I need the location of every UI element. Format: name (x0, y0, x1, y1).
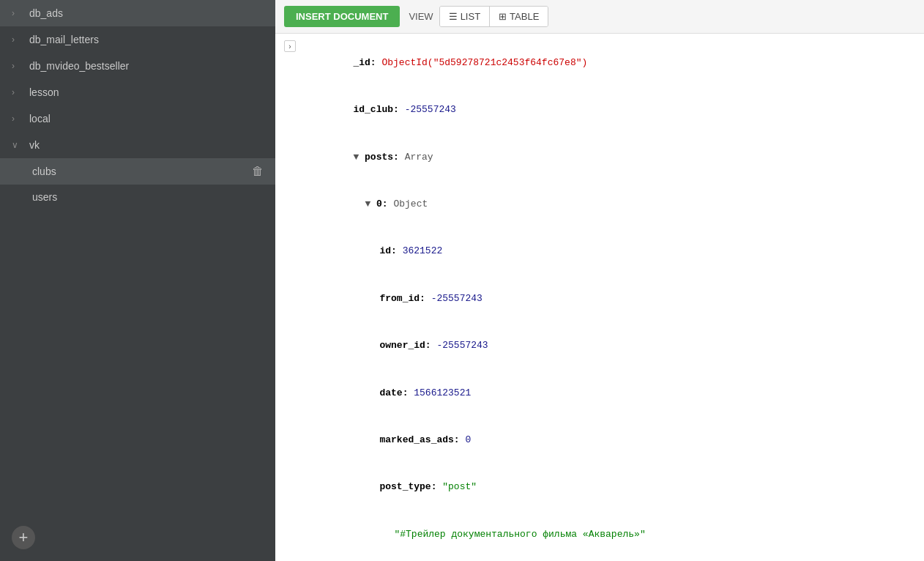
table-view-button[interactable]: ⊞ TABLE (490, 7, 548, 26)
value-objectid: ObjectId("5d59278721c2453f64fc67e8") (381, 57, 587, 68)
chevron-right-icon: › (12, 114, 23, 124)
expand-col: › (275, 40, 305, 52)
value-post-type: "post" (442, 481, 477, 492)
chevron-right-icon: › (12, 34, 23, 45)
doc-line-text: id_club: -25557243 (305, 87, 918, 133)
key-field-id: id: (379, 245, 402, 256)
doc-line-id: › _id: ObjectId("5d59278721c2453f64fc67e… (275, 40, 924, 86)
doc-line-text: owner_id: -25557243 (305, 323, 918, 368)
key-marked-as-ads: marked_as_ads: (379, 434, 465, 445)
sidebar-item-db-mvideo-bestseller[interactable]: › db_mvideo_bestseller (0, 53, 275, 79)
doc-line-text: post_type: "post" (305, 465, 918, 510)
document-content: › _id: ObjectId("5d59278721c2453f64fc67e… (275, 34, 924, 561)
value-id-club: -25557243 (405, 104, 456, 115)
value-posts-type: Array (405, 152, 433, 163)
doc-line-marked-as-ads: marked_as_ads: 0 (275, 417, 924, 464)
key-id-club: id_club: (353, 104, 404, 115)
view-label: VIEW (409, 11, 433, 22)
key-post-type: post_type: (379, 481, 442, 492)
list-view-button[interactable]: ☰ LIST (440, 7, 490, 26)
sidebar-item-label: db_ads (29, 7, 264, 19)
sidebar-item-local[interactable]: › local (0, 105, 275, 132)
add-database-button[interactable]: + (12, 526, 35, 549)
sidebar: › db_ads › db_mail_letters › db_mvideo_b… (0, 0, 275, 561)
value-date: 1566123521 (414, 387, 471, 398)
list-icon: ☰ (449, 11, 458, 22)
sidebar-item-label: local (29, 113, 264, 125)
list-label: LIST (461, 11, 480, 22)
sidebar-item-db-mail-letters[interactable]: › db_mail_letters (0, 26, 275, 53)
value-field-id: 3621522 (403, 245, 443, 256)
sidebar-child-users[interactable]: users (0, 185, 275, 209)
collapse-arrow[interactable]: ▼ (353, 152, 365, 163)
insert-document-button[interactable]: INSERT DOCUMENT (284, 6, 400, 27)
expand-button[interactable]: › (284, 40, 296, 52)
main-content: INSERT DOCUMENT VIEW ☰ LIST ⊞ TABLE › _i… (275, 0, 924, 561)
table-label: TABLE (510, 11, 539, 22)
doc-line-text: id: 3621522 (305, 229, 918, 275)
sidebar-footer: + (0, 514, 275, 561)
sidebar-item-label: db_mail_letters (29, 34, 264, 45)
view-toggle-group: ☰ LIST ⊞ TABLE (439, 6, 549, 27)
key-post-0: 0: (376, 198, 393, 209)
chevron-right-icon: › (12, 8, 23, 18)
chevron-right-icon: › (12, 61, 23, 71)
table-icon: ⊞ (499, 11, 507, 22)
value-marked-as-ads: 0 (465, 434, 471, 445)
doc-line-text: ▼ 0: Object (305, 182, 918, 227)
doc-line-text: ▼ posts: Array (305, 135, 918, 180)
doc-line-text: _id: ObjectId("5d59278721c2453f64fc67e8"… (305, 40, 918, 86)
doc-line-text: date: 1566123521 (305, 371, 918, 416)
sidebar-item-label: db_mvideo_bestseller (29, 60, 264, 72)
key-owner-id: owner_id: (379, 340, 436, 351)
value-from-id: -25557243 (431, 293, 483, 304)
sidebar-item-lesson[interactable]: › lesson (0, 79, 275, 105)
doc-line-date: date: 1566123521 (275, 370, 924, 417)
doc-line-from-id: from_id: -25557243 (275, 275, 924, 322)
collapse-arrow[interactable]: ▼ (365, 198, 376, 209)
sidebar-item-label: vk (29, 139, 264, 151)
value-post-type-cont: "#Трейлер документального фильма «Акваре… (394, 529, 645, 540)
sidebar-child-clubs[interactable]: clubs 🗑 (0, 158, 275, 185)
doc-line-posts: ▼ posts: Array (275, 134, 924, 181)
key-from-id: from_id: (379, 293, 431, 304)
key-posts: posts: (365, 152, 405, 163)
doc-line-post-type-cont: "#Трейлер документального фильма «Акваре… (275, 511, 924, 558)
doc-line-text: "#Трейлер документального фильма «Акваре… (305, 512, 918, 557)
doc-line-text: from_id: -25557243 (305, 276, 918, 322)
sidebar-item-label: lesson (29, 86, 264, 98)
value-owner-id: -25557243 (436, 340, 488, 351)
delete-icon[interactable]: 🗑 (252, 165, 264, 178)
chevron-right-icon: › (12, 87, 23, 97)
doc-line-field-id: id: 3621522 (275, 229, 924, 275)
doc-line-post-0: ▼ 0: Object (275, 181, 924, 228)
sidebar-child-label: users (32, 191, 264, 203)
value-post-0-type: Object (393, 198, 428, 209)
sidebar-child-label: clubs (32, 166, 252, 177)
key-id: _id: (353, 57, 381, 68)
sidebar-item-vk[interactable]: ∨ vk (0, 132, 275, 158)
doc-line-owner-id: owner_id: -25557243 (275, 322, 924, 369)
doc-line-id-club: id_club: -25557243 (275, 86, 924, 133)
chevron-down-icon: ∨ (12, 140, 23, 150)
doc-line-post-type: post_type: "post" (275, 464, 924, 511)
sidebar-item-db-ads[interactable]: › db_ads (0, 0, 275, 26)
doc-line-text: marked_as_ads: 0 (305, 417, 918, 463)
toolbar: INSERT DOCUMENT VIEW ☰ LIST ⊞ TABLE (275, 0, 924, 34)
doc-line-text-field: text: (275, 558, 924, 561)
key-date: date: (379, 387, 414, 398)
